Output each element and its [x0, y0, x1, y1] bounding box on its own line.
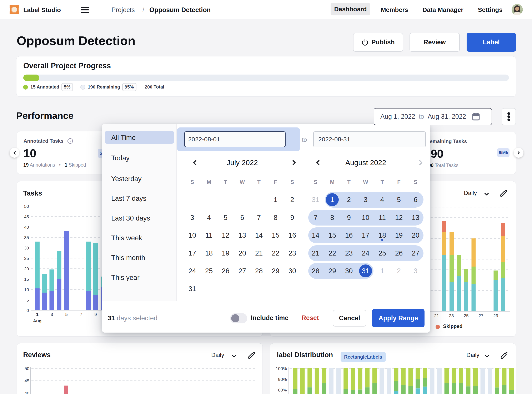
svg-text:40: 40: [25, 391, 29, 394]
svg-text:45: 45: [25, 378, 29, 383]
svg-text:25: 25: [24, 256, 29, 261]
svg-text:29: 29: [493, 313, 498, 318]
svg-text:9: 9: [94, 312, 97, 317]
svg-text:21: 21: [434, 313, 439, 318]
svg-text:7: 7: [80, 312, 82, 317]
svg-text:35: 35: [24, 235, 29, 240]
svg-text:80%: 80%: [278, 388, 287, 392]
svg-text:Aug: Aug: [33, 318, 42, 323]
svg-text:5: 5: [65, 312, 68, 317]
svg-text:10: 10: [24, 287, 29, 292]
svg-text:27: 27: [479, 313, 483, 318]
svg-text:90%: 90%: [278, 377, 287, 382]
svg-text:25: 25: [464, 313, 469, 318]
svg-text:15: 15: [24, 277, 29, 281]
svg-text:0: 0: [26, 308, 29, 313]
svg-text:50: 50: [25, 366, 29, 371]
svg-text:1: 1: [36, 312, 39, 317]
svg-text:50: 50: [24, 204, 29, 209]
svg-text:3: 3: [51, 312, 53, 317]
svg-text:40: 40: [24, 225, 29, 229]
svg-text:20: 20: [24, 266, 29, 271]
svg-text:5: 5: [26, 298, 29, 302]
svg-text:45: 45: [24, 214, 29, 219]
svg-text:30: 30: [24, 245, 29, 250]
svg-text:100%: 100%: [276, 366, 287, 371]
svg-text:23: 23: [449, 313, 454, 318]
